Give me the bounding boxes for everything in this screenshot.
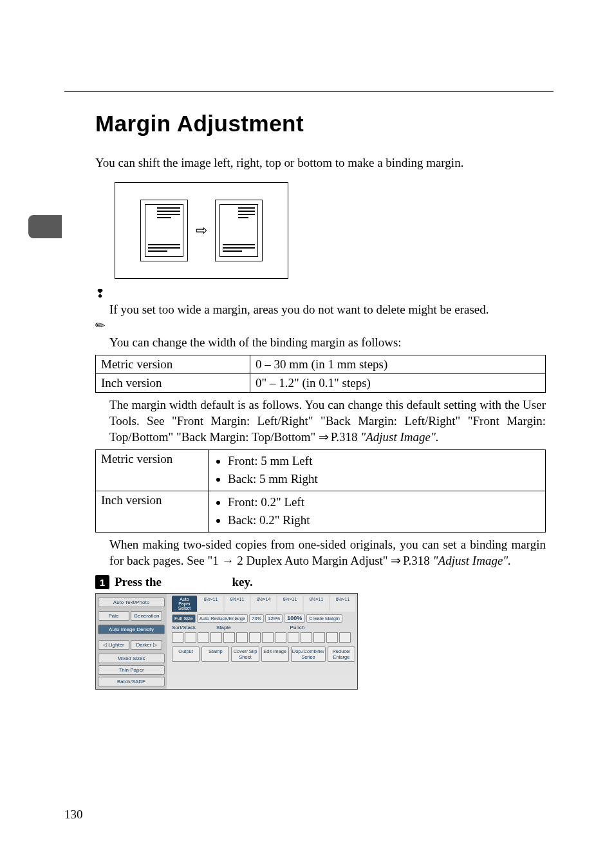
panel-func: Reduce/ Enlarge xyxy=(328,646,355,662)
note-icon: ✎ xyxy=(92,317,109,334)
panel-btn: Batch/SADF xyxy=(98,677,165,686)
cell: Front: 0.2" Left Back: 0.2" Right xyxy=(209,491,546,532)
panel-btn: Generation xyxy=(131,611,162,621)
page-title: Margin Adjustment xyxy=(95,111,546,137)
ref-arrow-icon: ⇒ xyxy=(391,554,400,567)
ref-title: "Adjust Image". xyxy=(430,554,511,567)
ref-page: P.318 xyxy=(328,430,357,444)
panel-chip: 129% xyxy=(265,614,283,623)
step-1: 1 Press the key. xyxy=(95,575,546,589)
arrow-text: → xyxy=(221,554,234,567)
panel-btn: Mixed Sizes xyxy=(98,654,165,663)
margin-diagram: ⇨ xyxy=(115,182,288,279)
panel-tab: 8½×11 xyxy=(277,596,302,612)
page-number: 130 xyxy=(64,807,83,822)
panel-func: Stamp xyxy=(201,646,229,662)
panel-btn: Thin Paper xyxy=(98,665,165,675)
panel-tab: Auto Paper Select xyxy=(172,596,197,612)
panel-chip: 73% xyxy=(249,614,264,623)
step-text-a: Press the xyxy=(115,575,165,589)
intro-text: You can shift the image left, right, top… xyxy=(95,155,546,172)
list-item: Back: 0.2" Right xyxy=(228,511,540,530)
step-instruction: Press the key. xyxy=(115,575,253,589)
cell: Metric version xyxy=(96,449,209,491)
margin-default-table: Metric version Front: 5 mm Left Back: 5 … xyxy=(95,449,546,533)
panel-btn: Pale xyxy=(98,611,129,621)
paper-tabs: Auto Paper Select 8½×11 8½×11 8½×14 8½×1… xyxy=(172,596,355,612)
panel-func: Output xyxy=(172,646,200,662)
list-item: Back: 5 mm Right xyxy=(228,470,540,489)
table-row: Inch version Front: 0.2" Left Back: 0.2"… xyxy=(96,491,546,532)
panel-tab: 8½×11 xyxy=(304,596,329,612)
ref-title: "Adjust Image". xyxy=(357,430,438,444)
shifted-page-icon xyxy=(215,200,263,261)
panel-label: Sort/Stack xyxy=(172,625,196,630)
cell: Front: 5 mm Left Back: 5 mm Right xyxy=(209,449,546,491)
table-row: Metric version 0 – 30 mm (in 1 mm steps) xyxy=(96,355,546,373)
panel-btn: ◁ Lighter xyxy=(98,640,129,650)
panel-label: Punch xyxy=(290,625,305,630)
cell: Metric version xyxy=(96,355,250,373)
panel-chip: Auto Reduce/Enlarge xyxy=(197,614,248,623)
panel-chip: 100% xyxy=(284,614,305,623)
panel-func: Edit Image xyxy=(261,646,289,662)
note-heading: ✎ xyxy=(95,319,546,333)
note-text-1: You can change the width of the binding … xyxy=(109,334,546,351)
limitation-icon: ❢ xyxy=(95,287,105,300)
panel-btn: Auto Image Density xyxy=(98,625,165,634)
panel-tab: 8½×14 xyxy=(251,596,276,612)
panel-btn: Darker ▷ xyxy=(131,640,162,650)
panel-tab: 8½×11 xyxy=(225,596,250,612)
step-number-badge: 1 xyxy=(95,575,109,589)
step-text-b: key. xyxy=(229,575,253,589)
list-item: Front: 5 mm Left xyxy=(228,452,540,471)
table-row: Metric version Front: 5 mm Left Back: 5 … xyxy=(96,449,546,491)
ref-page: P.318 xyxy=(400,554,429,567)
cell: Inch version xyxy=(96,373,250,392)
cell: 0" – 1.2" (in 0.1" steps) xyxy=(250,373,546,392)
function-row: Output Stamp Cover/ Slip Sheet Edit Imag… xyxy=(172,646,355,662)
table-row: Inch version 0" – 1.2" (in 0.1" steps) xyxy=(96,373,546,392)
cell: 0 – 30 mm (in 1 mm steps) xyxy=(250,355,546,373)
para-text: 2 Duplex Auto Margin Adjust" xyxy=(234,554,391,567)
cell: Inch version xyxy=(96,491,209,532)
original-page-icon xyxy=(140,200,188,261)
list-item: Front: 0.2" Left xyxy=(228,493,540,512)
panel-tab: 8½×11 xyxy=(198,596,223,612)
chapter-tab xyxy=(28,215,62,238)
limitation-heading: ❢ xyxy=(95,288,546,300)
panel-chip: Full Size xyxy=(172,614,196,623)
panel-label: Staple xyxy=(216,625,231,630)
ref-arrow-icon: ⇒ xyxy=(319,430,328,444)
copier-panel-screenshot: Auto Text/Photo Pale Generation Auto Ima… xyxy=(95,593,358,690)
arrow-right-icon: ⇨ xyxy=(196,222,207,239)
finishing-icons xyxy=(172,632,355,643)
panel-chip: Create Margin xyxy=(306,614,342,623)
margin-range-table: Metric version 0 – 30 mm (in 1 mm steps)… xyxy=(95,355,546,393)
panel-btn: Auto Text/Photo xyxy=(98,598,165,607)
panel-tab: 8½×11 xyxy=(330,596,355,612)
panel-func: Dup./Combine/ Series xyxy=(291,646,326,662)
default-margin-para: The margin width default is as follows. … xyxy=(109,397,546,446)
duplex-margin-para: When making two-sided copies from one-si… xyxy=(109,536,546,569)
header-rule xyxy=(64,91,554,92)
page-content: Margin Adjustment You can shift the imag… xyxy=(95,111,546,690)
panel-func: Cover/ Slip Sheet xyxy=(231,646,259,662)
limitation-text: If you set too wide a margin, areas you … xyxy=(109,301,546,318)
